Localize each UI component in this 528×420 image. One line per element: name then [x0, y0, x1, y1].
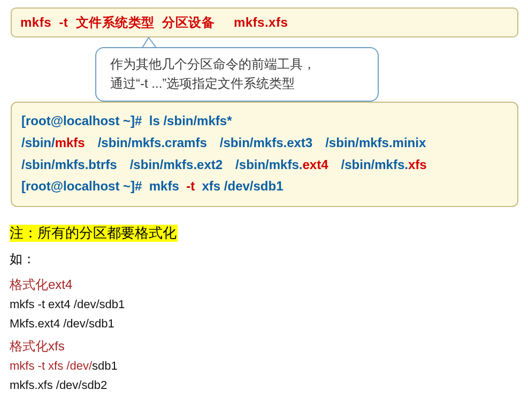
- terminal-output-row-2: /sbin/mkfs.btrfs /sbin/mkfs.ext2 /sbin/m…: [21, 154, 427, 176]
- mkfs-cmd-b: -t: [186, 179, 195, 193]
- xfs-heading: 格式化xfs: [10, 336, 518, 356]
- xfs-cmd-1-rest: sdb1: [92, 359, 118, 372]
- mkfs-cmd-c: xfs /dev/sdb1: [202, 179, 283, 193]
- out-r1-c3: /sbin/mkfs.ext3: [220, 132, 325, 154]
- ext4-heading: 格式化ext4: [10, 274, 518, 294]
- out-r2-c4a: /sbin/mkfs.: [341, 157, 408, 172]
- ext4-cmd-1: mkfs -t ext4 /dev/sdb1: [10, 295, 518, 314]
- syntax-box: mkfs -t 文件系统类型 分区设备 mkfs.xfs: [11, 7, 518, 37]
- terminal-line-mkfs: [root@localhost ~]# mkfs -t xfs /dev/sdb…: [21, 175, 508, 197]
- callout-line-1: 作为其他几个分区命令的前端工具，: [110, 55, 364, 74]
- syntax-arg2: 分区设备: [162, 15, 215, 29]
- prompt-2: [root@localhost ~]#: [21, 179, 142, 193]
- syntax-arg1: 文件系统类型: [76, 15, 155, 29]
- note-ru: 如：: [10, 249, 518, 269]
- ls-cmd: ls /sbin/mkfs*: [149, 113, 232, 128]
- note-highlight: 注：所有的分区都要格式化: [10, 225, 178, 242]
- terminal-line-ls: [root@localhost ~]# ls /sbin/mkfs*: [21, 110, 508, 132]
- out-r2-c3b: ext4: [302, 157, 328, 172]
- out-r1-c1a: /sbin/: [21, 135, 55, 150]
- out-r1-c4: /sbin/mkfs.minix: [325, 132, 426, 154]
- terminal-box: [root@localhost ~]# ls /sbin/mkfs* /sbin…: [11, 102, 518, 207]
- out-r2-c4b: xfs: [408, 157, 427, 172]
- notes-block: 注：所有的分区都要格式化 如： 格式化ext4 mkfs -t ext4 /de…: [10, 222, 518, 394]
- out-r1-c2: /sbin/mkfs.cramfs: [98, 132, 220, 154]
- xfs-cmd-1-red: mkfs -t xfs /dev/: [10, 359, 92, 372]
- callout-line-2: 通过“-t ...”选项指定文件系统类型: [110, 74, 364, 93]
- ext4-cmd-2: Mkfs.ext4 /dev/sdb1: [10, 315, 518, 333]
- xfs-cmd-2: mkfs.xfs /dev/sdb2: [10, 376, 518, 394]
- out-r2-c2: /sbin/mkfs.ext2: [130, 154, 235, 176]
- callout-bubble: 作为其他几个分区命令的前端工具， 通过“-t ...”选项指定文件系统类型: [95, 47, 379, 102]
- out-r1-c1b: mkfs: [55, 135, 85, 150]
- syntax-opt: -t: [59, 15, 68, 29]
- prompt: [root@localhost ~]#: [21, 113, 142, 128]
- out-r2-c1: /sbin/mkfs.btrfs: [21, 154, 130, 176]
- syntax-alt: mkfs.xfs: [234, 15, 288, 29]
- syntax-cmd: mkfs: [20, 15, 51, 29]
- out-r2-c3a: /sbin/mkfs.: [235, 157, 302, 172]
- xfs-cmd-1: mkfs -t xfs /dev/sdb1: [10, 357, 518, 375]
- terminal-output-row-1: /sbin/mkfs /sbin/mkfs.cramfs /sbin/mkfs.…: [21, 132, 426, 154]
- mkfs-cmd-a: mkfs: [149, 179, 179, 193]
- callout-wrap: 作为其他几个分区命令的前端工具， 通过“-t ...”选项指定文件系统类型: [0, 37, 528, 102]
